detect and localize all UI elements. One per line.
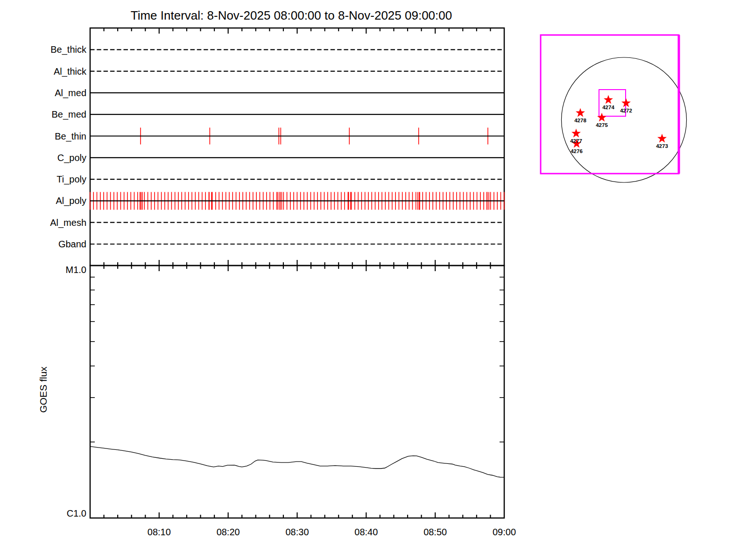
goes-ymin-label: C1.0 [67, 508, 86, 518]
time-tick-label: 08:50 [423, 527, 447, 537]
channel-label-Al_thick: Al_thick [54, 66, 87, 77]
goes-ylabel: GOES flux [38, 366, 49, 413]
goes-flux-curve [90, 447, 504, 477]
active-region-label-4276: 4276 [571, 148, 583, 154]
plot-svg: Time Interval: 8-Nov-2025 08:00:00 to 8-… [0, 0, 747, 560]
channel-row-C_poly: C_poly [57, 153, 504, 163]
xrt-channel-rows: Be_thickAl_thickAl_medBe_medBe_thinC_pol… [50, 44, 504, 249]
plot-window: Time Interval: 8-Nov-2025 08:00:00 to 8-… [0, 0, 747, 560]
plot-title: Time Interval: 8-Nov-2025 08:00:00 to 8-… [131, 8, 452, 22]
time-axis-labels: 08:1008:2008:3008:4008:5009:00 [148, 527, 516, 537]
channel-label-Gband: Gband [58, 239, 86, 249]
channel-row-Al_mesh: Al_mesh [50, 217, 504, 228]
active-region-star-4278 [576, 108, 585, 117]
active-region-label-4273: 4273 [656, 143, 668, 149]
goes-panel-frame [90, 266, 504, 518]
active-region-label-4275: 4275 [596, 122, 608, 128]
channel-label-C_poly: C_poly [57, 153, 86, 163]
time-tick-label: 08:10 [148, 527, 171, 537]
channel-label-Al_mesh: Al_mesh [50, 217, 86, 228]
channel-row-Gband: Gband [58, 239, 504, 249]
active-region-label-4274: 4274 [602, 105, 614, 110]
time-tick-label: 08:20 [217, 527, 240, 537]
active-region-label-4277: 4277 [570, 138, 582, 144]
active-region-star-4274 [604, 95, 613, 104]
active-region-label-4278: 4278 [574, 118, 586, 123]
channel-row-Al_med: Al_med [55, 88, 504, 98]
goes-ymax-label: M1.0 [66, 265, 86, 275]
time-tick-label: 08:40 [354, 527, 378, 537]
time-tick-label: 09:00 [493, 527, 516, 537]
channel-row-Be_med: Be_med [52, 109, 505, 120]
channel-row-Ti_poly: Ti_poly [56, 174, 504, 185]
channel-label-Ti_poly: Ti_poly [56, 174, 86, 185]
time-tick-label: 08:30 [285, 527, 309, 537]
time-axes [104, 28, 491, 518]
channel-label-Al_med: Al_med [55, 88, 86, 98]
channel-label-Be_med: Be_med [52, 109, 87, 120]
active-region-star-4273 [657, 134, 667, 143]
sun-map: 4274427242784275427742764273 [541, 35, 687, 182]
xrt-panel-frame [90, 28, 504, 266]
active-region-label-4272: 4272 [620, 108, 632, 113]
channel-label-Be_thin: Be_thin [55, 131, 86, 142]
generated-plot-content: Be_thickAl_thickAl_medBe_medBe_thinC_pol… [50, 28, 686, 537]
channel-row-Be_thick: Be_thick [50, 44, 504, 55]
channel-row-Al_thick: Al_thick [54, 66, 504, 77]
panel-frames [90, 28, 504, 518]
goes-log-ticks [90, 277, 504, 442]
channel-row-Al_poly: Al_poly [56, 192, 504, 210]
active-region-star-4277 [571, 129, 581, 138]
channel-label-Al_poly: Al_poly [56, 196, 86, 206]
channel-label-Be_thick: Be_thick [50, 44, 87, 55]
channel-row-Be_thin: Be_thin [55, 128, 504, 145]
